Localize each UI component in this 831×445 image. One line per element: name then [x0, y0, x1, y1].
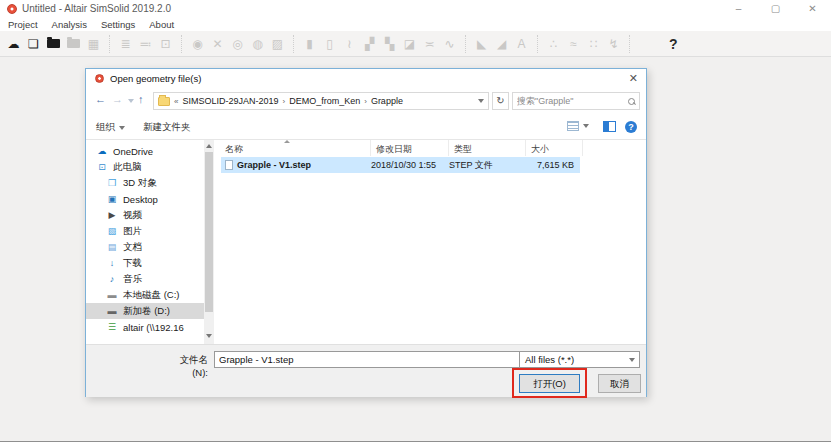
menu-project[interactable]: Project — [8, 18, 38, 31]
breadcrumb-prefix: « — [174, 97, 178, 106]
scrollbar-thumb[interactable] — [205, 152, 213, 312]
sidebar-label: 文档 — [123, 241, 142, 254]
dialog-command-bar: 组织 新建文件夹 ? — [86, 114, 646, 140]
dialog-close-icon[interactable]: ✕ — [629, 72, 638, 85]
desktop-icon: ▣ — [106, 194, 118, 204]
menu-about[interactable]: About — [149, 18, 174, 31]
sidebar-label: 3D 对象 — [123, 177, 157, 190]
volume-icon: ▬ — [106, 306, 118, 316]
thermal-result-icon[interactable]: ↯ — [605, 34, 622, 54]
view-mode-button[interactable] — [567, 121, 589, 131]
find-connections-icon[interactable]: ◉ — [189, 34, 206, 54]
close-button[interactable]: ✕ — [794, 0, 831, 18]
toolbar-separator — [537, 35, 538, 53]
dialog-title: Open geometry file(s) — [110, 73, 201, 84]
organize-menu[interactable]: 组织 — [96, 121, 125, 134]
flexible-connection-icon[interactable]: ∿ — [441, 34, 458, 54]
menu-analysis[interactable]: Analysis — [52, 18, 87, 31]
sidebar-item-this-pc[interactable]: ⊡此电脑 — [86, 159, 204, 175]
history-caret-icon[interactable] — [128, 99, 134, 103]
auto-connections-icon[interactable]: ▨ — [269, 34, 286, 54]
curve-result-icon[interactable]: ≈ — [565, 34, 582, 54]
dialog-help-button[interactable]: ? — [625, 121, 637, 133]
preview-pane-button[interactable] — [603, 121, 616, 132]
network-drive-icon: ☰ — [106, 322, 118, 332]
menu-settings[interactable]: Settings — [101, 18, 135, 31]
sidebar-item-volume-d[interactable]: ▬新加卷 (D:) — [86, 303, 204, 319]
compare-icon[interactable]: ≕ — [137, 34, 154, 54]
breadcrumb-segment-1[interactable]: SIMSOLID-29JAN-2019 — [182, 96, 278, 106]
adhesive-connection-icon[interactable]: ≍ — [421, 34, 438, 54]
sidebar-item-documents[interactable]: ▤文档 — [86, 239, 204, 255]
spot-weld-icon[interactable]: ▞ — [361, 34, 378, 54]
laser-weld-icon[interactable]: ◪ — [401, 34, 418, 54]
address-dropdown-icon[interactable] — [478, 99, 484, 103]
search-input[interactable] — [517, 96, 628, 106]
sidebar-item-onedrive[interactable]: ☁OneDrive — [86, 143, 204, 159]
breadcrumb-separator-icon: › — [283, 97, 286, 106]
sidebar-item-network-altair[interactable]: ☰altair (\\192.16 — [86, 319, 204, 335]
scroll-up-icon[interactable] — [206, 144, 212, 148]
seam-weld-icon[interactable]: ▚ — [381, 34, 398, 54]
onedrive-icon: ☁ — [96, 146, 108, 156]
up-icon[interactable]: ↑ — [138, 93, 144, 105]
project-tree-icon[interactable]: ≣ — [117, 34, 134, 54]
load-icon[interactable]: ◢ — [493, 34, 510, 54]
sidebar-item-downloads[interactable]: ↓下载 — [86, 255, 204, 271]
back-icon[interactable]: ← — [95, 93, 106, 105]
pictures-icon: ▧ — [106, 226, 118, 236]
breadcrumb-segment-2[interactable]: DEMO_from_Ken — [289, 96, 360, 106]
column-header-name[interactable]: 名称 — [220, 140, 371, 156]
help-icon[interactable]: ? — [669, 36, 678, 52]
open-button[interactable]: 打开(O) — [519, 374, 580, 393]
package-icon[interactable]: ⊡ — [157, 34, 174, 54]
create-connections-icon[interactable]: ◍ — [249, 34, 266, 54]
bolt-connection-icon[interactable]: ▮ — [301, 34, 318, 54]
spot-result-icon[interactable]: ∴ — [545, 34, 562, 54]
sidebar-item-local-disk-c[interactable]: ▬本地磁盘 (C:) — [86, 287, 204, 303]
support-icon[interactable]: ◣ — [473, 34, 490, 54]
sidebar-label: altair (\\192.16 — [123, 322, 184, 333]
bushing-connection-icon[interactable]: ▯ — [321, 34, 338, 54]
open-folder-icon[interactable] — [45, 34, 62, 54]
sidebar-label: 音乐 — [123, 273, 142, 286]
sidebar-item-desktop[interactable]: ▣Desktop — [86, 191, 204, 207]
delete-connections-icon[interactable]: ✕ — [209, 34, 226, 54]
sidebar-label: Desktop — [123, 194, 158, 205]
sidebar-item-videos[interactable]: ▶视频 — [86, 207, 204, 223]
points-result-icon[interactable]: ∷ — [585, 34, 602, 54]
downloads-icon: ↓ — [106, 258, 118, 268]
scroll-down-icon[interactable] — [206, 334, 212, 338]
minimize-button[interactable]: – — [720, 0, 757, 18]
new-folder-button[interactable]: 新建文件夹 — [143, 121, 191, 134]
datum-icon[interactable]: A — [513, 34, 530, 54]
cloud-open-icon[interactable]: ☁ — [5, 34, 22, 54]
column-header-modified[interactable]: 修改日期 — [371, 140, 449, 156]
preview-pane-icon — [603, 121, 616, 132]
dialog-logo-icon — [95, 74, 104, 83]
sidebar-label: 视频 — [123, 209, 142, 222]
folder-icon[interactable] — [65, 34, 82, 54]
toolbar-separator — [293, 35, 294, 53]
sidebar-item-music[interactable]: ♪音乐 — [86, 271, 204, 287]
sidebar-item-3d-objects[interactable]: ❒3D 对象 — [86, 175, 204, 191]
file-row-selected[interactable]: Grapple - V1.step 2018/10/30 1:55 STEP 文… — [221, 157, 580, 173]
cancel-button[interactable]: 取消 — [598, 374, 641, 393]
forward-icon[interactable]: → — [112, 93, 123, 105]
spring-connection-icon[interactable]: ≀ — [341, 34, 358, 54]
column-header-size[interactable]: 大小 — [526, 140, 583, 156]
column-header-type[interactable]: 类型 — [449, 140, 526, 156]
new-document-icon[interactable]: ❏ — [25, 34, 42, 54]
toolbar-separator — [629, 35, 630, 53]
address-breadcrumb[interactable]: « SIMSOLID-29JAN-2019 › DEMO_from_Ken › … — [153, 92, 489, 110]
review-connections-icon[interactable]: ◎ — [229, 34, 246, 54]
save-project-icon[interactable]: ▦ — [85, 34, 102, 54]
maximize-button[interactable]: ▢ — [757, 0, 794, 18]
sidebar-item-pictures[interactable]: ▧图片 — [86, 223, 204, 239]
3d-objects-icon: ❒ — [106, 178, 118, 188]
sidebar-label: OneDrive — [113, 146, 153, 157]
filetype-combobox[interactable]: All files (*.*) — [519, 351, 640, 368]
refresh-icon[interactable]: ↻ — [492, 92, 509, 110]
sidebar-scrollbar[interactable] — [204, 140, 214, 344]
breadcrumb-segment-3[interactable]: Grapple — [371, 96, 403, 106]
